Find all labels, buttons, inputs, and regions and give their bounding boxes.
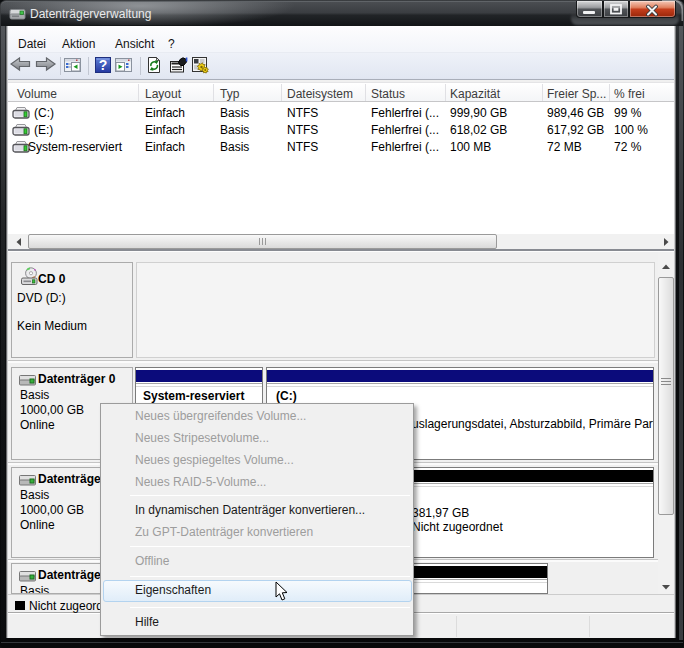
svg-text:?: ? (99, 57, 108, 73)
